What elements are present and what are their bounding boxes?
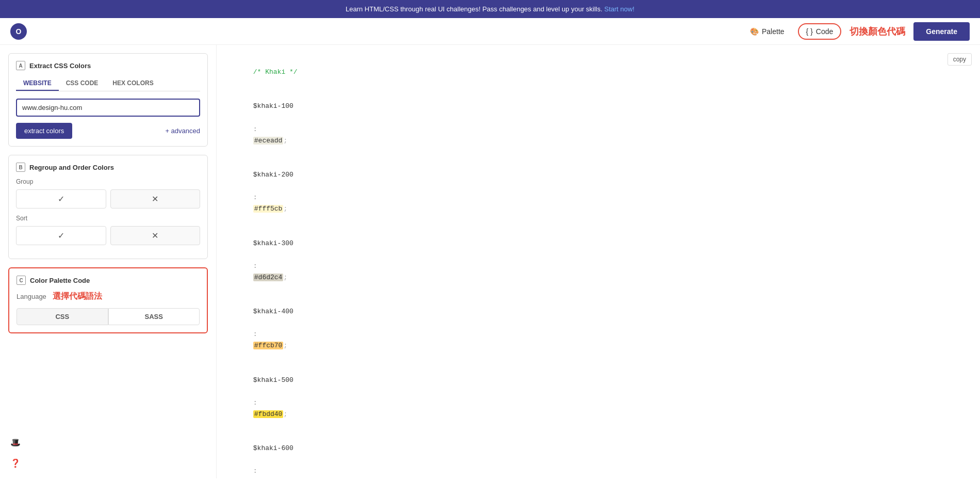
header-left: O	[10, 23, 27, 40]
section-c-label: C	[17, 276, 26, 285]
settings-icon[interactable]: 🎩	[8, 435, 23, 450]
khaki-200-line: $khaki-200 : #fff5cb;	[229, 158, 968, 227]
code-icon: { }	[806, 27, 813, 36]
css-language-button[interactable]: CSS	[17, 308, 108, 325]
tab-css-code[interactable]: CSS CODE	[59, 76, 106, 91]
group-toggle: ✓ ✕	[16, 189, 200, 209]
section-a-header: A Extract CSS Colors	[16, 61, 200, 70]
banner-text: Learn HTML/CSS through real UI challenge…	[346, 5, 602, 13]
tabs: WEBSITE CSS CODE HEX COLORS	[16, 76, 200, 91]
extract-button[interactable]: extract colors	[16, 123, 72, 139]
section-c-title: Color Palette Code	[30, 277, 90, 284]
khaki-100-line: $khaki-100 : #eceadd;	[229, 89, 968, 158]
khaki-400-line: $khaki-400 : #ffcb70;	[229, 295, 968, 363]
url-input[interactable]	[16, 99, 200, 117]
header-right: 🎨 Palette { } Code 切換顏色代碼 Generate	[745, 22, 970, 41]
khaki-600-line: $khaki-600 : #a69f88;	[229, 431, 968, 478]
sort-toggle: ✓ ✕	[16, 226, 200, 245]
section-c: C Color Palette Code Language 選擇代碼語法 CSS…	[8, 267, 208, 333]
logo: O	[10, 23, 27, 40]
language-label: Language	[17, 293, 46, 300]
generate-button[interactable]: Generate	[913, 22, 970, 41]
group-check-button[interactable]: ✓	[16, 189, 106, 209]
tab-website[interactable]: WEBSITE	[16, 76, 59, 91]
khaki-500-line: $khaki-500 : #fbdd40;	[229, 363, 968, 432]
section-b-header: B Regroup and Order Colors	[16, 163, 200, 172]
main-layout: A Extract CSS Colors WEBSITE CSS CODE HE…	[0, 45, 980, 478]
advanced-link[interactable]: + advanced	[165, 127, 200, 135]
top-banner: Learn HTML/CSS through real UI challenge…	[0, 0, 980, 18]
banner-link[interactable]: Start now!	[604, 5, 634, 13]
sidebar-bottom-icons: 🎩 ❓	[8, 435, 23, 470]
extract-row: extract colors + advanced	[16, 123, 200, 139]
group-x-button[interactable]: ✕	[110, 189, 201, 209]
section-c-header: C Color Palette Code	[17, 276, 200, 285]
group-label: Group	[16, 178, 200, 185]
annotation-label: 切換顏色代碼	[850, 25, 905, 38]
khaki-comment: /* Khaki */	[229, 55, 968, 89]
section-b: B Regroup and Order Colors Group ✓ ✕ Sor…	[8, 155, 208, 259]
tab-hex-colors[interactable]: HEX COLORS	[105, 76, 160, 91]
header: O 🎨 Palette { } Code 切換顏色代碼 Generate	[0, 18, 980, 45]
language-row: Language 選擇代碼語法	[17, 291, 200, 302]
sort-label: Sort	[16, 215, 200, 222]
language-annotation: 選擇代碼語法	[53, 291, 102, 302]
sort-check-button[interactable]: ✓	[16, 226, 106, 245]
sidebar: A Extract CSS Colors WEBSITE CSS CODE HE…	[0, 45, 217, 478]
language-buttons: CSS SASS	[17, 308, 200, 325]
palette-button[interactable]: 🎨 Palette	[745, 24, 790, 39]
section-a: A Extract CSS Colors WEBSITE CSS CODE HE…	[8, 53, 208, 147]
section-b-title: Regroup and Order Colors	[29, 164, 114, 171]
section-b-label: B	[16, 163, 25, 172]
code-button[interactable]: { } Code	[798, 23, 842, 40]
section-a-label: A	[16, 61, 25, 70]
section-a-title: Extract CSS Colors	[29, 62, 91, 70]
sort-x-button[interactable]: ✕	[110, 226, 201, 245]
help-icon[interactable]: ❓	[8, 456, 23, 470]
copy-button[interactable]: copy	[948, 53, 972, 66]
sass-language-button[interactable]: SASS	[108, 308, 200, 325]
khaki-300-line: $khaki-300 : #d6d2c4;	[229, 226, 968, 295]
palette-icon: 🎨	[750, 27, 759, 36]
code-panel: copy /* Khaki */ $khaki-100 : #eceadd; $…	[217, 45, 980, 478]
